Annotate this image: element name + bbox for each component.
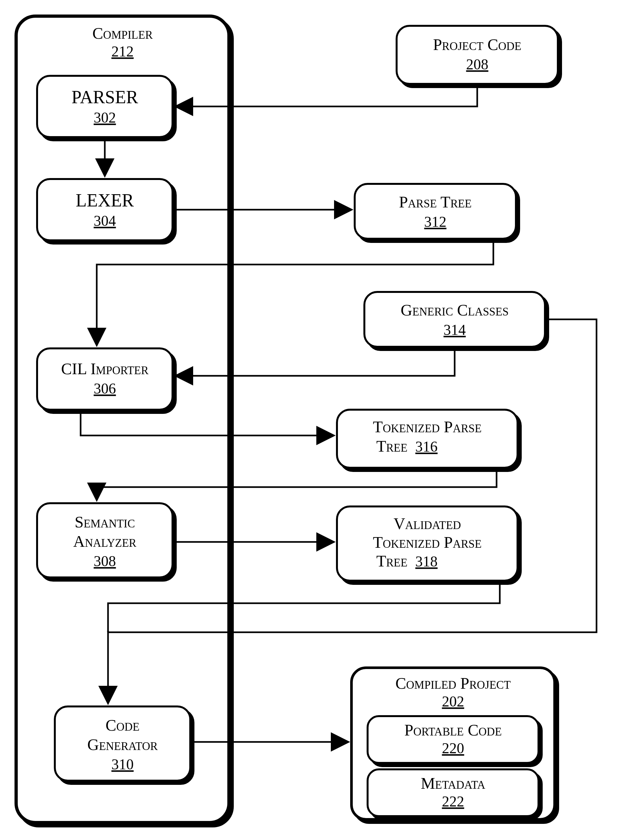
metadata-box: Metadata 222 <box>367 769 538 816</box>
codegen-box: Code Generator 310 <box>55 706 190 780</box>
svg-rect-6 <box>396 26 558 84</box>
parser-title: PARSER <box>72 87 138 107</box>
semantic-title1: Semantic <box>75 513 135 531</box>
cil-box: CIL Importer 306 <box>37 348 172 410</box>
tokparsetree-title1: Tokenized Parse <box>373 418 482 436</box>
valtok-title1: Validated <box>393 515 461 533</box>
metadata-num: 222 <box>442 793 464 810</box>
portablecode-box: Portable Code 220 <box>367 716 538 763</box>
compiler-title: Compiler <box>93 24 153 42</box>
svg-rect-3 <box>37 348 172 410</box>
semantic-box: Semantic Analyzer 308 <box>37 503 172 577</box>
parser-box: PARSER 302 <box>37 76 172 137</box>
valtok-title2: Tokenized Parse <box>373 533 482 551</box>
valtok-title3: Tree <box>376 552 407 570</box>
portablecode-num: 220 <box>442 740 464 756</box>
compiler-num: 212 <box>111 43 134 60</box>
genericclasses-num: 314 <box>444 322 466 338</box>
tokparsetree-title2: Tree <box>376 437 407 455</box>
parsetree-box: Parse Tree 312 <box>355 184 516 239</box>
svg-rect-8 <box>364 292 545 347</box>
compiledproject-num: 202 <box>442 693 464 710</box>
svg-text:Tree
    318: Tree 318 <box>376 552 438 570</box>
svg-rect-7 <box>355 184 516 239</box>
valtok-num: 318 <box>415 553 438 570</box>
valtokparsetree-box: Validated Tokenized Parse Tree 318 <box>337 507 518 580</box>
genericclasses-title: Generic Classes <box>401 301 509 319</box>
tokparsetree-num: 316 <box>415 438 438 455</box>
codegen-title1: Code <box>105 716 139 734</box>
codegen-num: 310 <box>111 756 134 773</box>
cil-title: CIL Importer <box>61 360 149 378</box>
parsetree-num: 312 <box>424 214 447 230</box>
parsetree-title: Parse Tree <box>399 193 472 211</box>
compiledproject-box: Compiled Project 202 Portable Code 220 M… <box>351 668 555 819</box>
compiledproject-title: Compiled Project <box>395 674 511 692</box>
lexer-box: LEXER 304 <box>37 179 172 240</box>
projectcode-title: Project Code <box>433 35 521 53</box>
genericclasses-box: Generic Classes 314 <box>364 292 545 347</box>
cil-num: 306 <box>94 380 116 397</box>
tokparsetree-box: Tokenized Parse Tree 316 <box>337 410 518 468</box>
lexer-num: 304 <box>94 212 116 229</box>
metadata-title: Metadata <box>421 774 486 792</box>
parser-num: 302 <box>94 109 116 126</box>
compiler-diagram: Compiler 212 PARSER 302 LEXER 304 CIL Im… <box>0 0 622 840</box>
semantic-title2: Analyzer <box>73 532 137 550</box>
projectcode-num: 208 <box>466 56 488 73</box>
codegen-title2: Generator <box>87 736 158 753</box>
semantic-num: 308 <box>94 553 116 570</box>
lexer-title: LEXER <box>76 190 134 210</box>
portablecode-title: Portable Code <box>404 721 502 739</box>
svg-text:Tree
    316: Tree 316 <box>376 437 438 455</box>
projectcode-box: Project Code 208 <box>396 26 558 84</box>
